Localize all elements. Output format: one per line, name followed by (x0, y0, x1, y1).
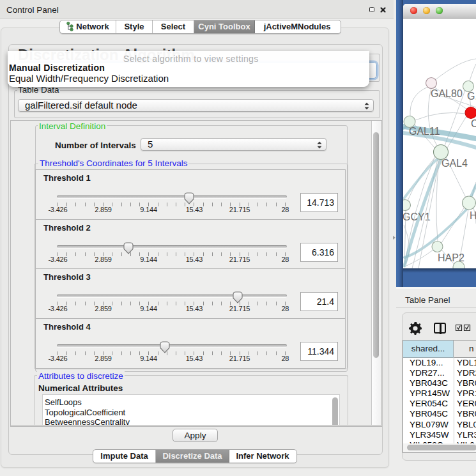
svg-text:G.: G. (467, 91, 476, 102)
svg-text:H: H (470, 210, 476, 221)
svg-text:GAL11: GAL11 (409, 126, 440, 137)
svg-text:GCY1: GCY1 (403, 211, 431, 222)
svg-text:C: C (471, 118, 476, 129)
svg-text:GAL80: GAL80 (431, 88, 463, 99)
svg-text:HAP2: HAP2 (438, 252, 464, 263)
svg-text:GAL4: GAL4 (441, 158, 468, 169)
